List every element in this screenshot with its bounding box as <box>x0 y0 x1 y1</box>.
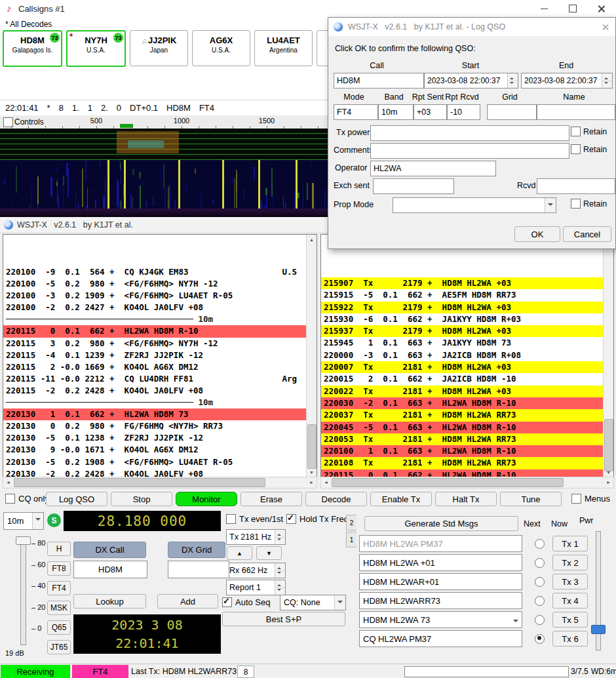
scroll-right-icon[interactable] <box>604 477 613 487</box>
menus-checkbox[interactable] <box>571 494 581 504</box>
decode-row[interactable]: 220037 Tx 2181 + HD8M HL2WA RR73 <box>321 409 604 421</box>
action-button[interactable]: Decode <box>305 492 367 506</box>
action-button[interactable]: Halt Tx <box>435 492 497 506</box>
decode-row[interactable]: 220100 -3 0.2 1909 + <FG/F6HMQ> LU4AET R… <box>3 290 307 302</box>
scroll-left-icon[interactable] <box>3 477 13 487</box>
tx-now-button[interactable]: Tx 5 <box>552 612 588 628</box>
hold-tx-freq-checkbox[interactable] <box>286 514 296 524</box>
decode-row[interactable]: 220053 Tx 2181 + HD8M HL2WA RR73 <box>321 433 604 445</box>
tx-next-radio[interactable] <box>535 615 545 625</box>
mode-field[interactable]: FT4 <box>334 104 378 120</box>
callsign-card[interactable]: ♫JJ2PIK Japan <box>130 30 188 66</box>
decode-row[interactable]: 220100 1 0.1 663 + HL2WA HD8M R-10 <box>321 445 604 457</box>
rpt-sent-field[interactable]: +03 <box>414 104 447 120</box>
pwr-slider-handle[interactable] <box>591 625 606 634</box>
vertical-scrollbar[interactable] <box>603 235 613 477</box>
auto-seq-checkbox[interactable] <box>222 597 232 607</box>
callsign-card[interactable]: LU4AET Argentina <box>254 30 313 66</box>
level-slider-handle[interactable] <box>16 536 31 545</box>
decode-row[interactable]: 220115 3 0.2 980 + <FG/F6HMQ> NY7H -12 <box>3 338 307 349</box>
decode-row[interactable]: 220130 -5 0.2 1908 + <FG/F6HMQ> LU4AET R… <box>3 456 307 468</box>
callsign-card[interactable]: AG6X U.S.A. <box>192 30 250 66</box>
spin-up-icon[interactable] <box>602 73 612 81</box>
action-button[interactable]: Monitor <box>176 492 237 506</box>
spin-down-icon[interactable] <box>275 538 285 545</box>
level-slider-track[interactable] <box>20 536 26 645</box>
spin-down-icon[interactable] <box>275 571 285 578</box>
spin-down-icon[interactable] <box>508 81 518 89</box>
decode-row[interactable]: 220115 -11 -0.0 2212 + CQ LU4DRH FF81 Ar… <box>3 373 307 385</box>
decode-row[interactable]: 220115 -4 0.1 1239 + ZF2RJ JJ2PIK -12 <box>3 349 307 361</box>
decode-row[interactable]: 220108 Tx 2181 + HD8M HL2WA RR73 <box>321 457 604 469</box>
rx-frequency-spinner[interactable]: Rx 662 Hz <box>226 563 286 578</box>
horizontal-scrollbar[interactable] <box>320 477 614 489</box>
decode-row[interactable]: 220130 9 -0.0 1671 + KO4OL AG6X DM12 <box>3 444 307 456</box>
tx-now-button[interactable]: Tx 4 <box>552 593 588 608</box>
decode-row[interactable]: ────────────────────────────────────── 1… <box>3 313 307 325</box>
tx-frequency-spinner[interactable]: Tx 2181 Hz <box>226 529 286 545</box>
dx-grid-button[interactable]: DX Grid <box>168 542 225 558</box>
decode-row[interactable]: 220115 0 0.1 662 + HL2WA HD8M R-10 <box>3 325 307 337</box>
comments-field[interactable] <box>370 143 569 159</box>
spin-up-icon[interactable] <box>275 580 285 588</box>
decode-row[interactable]: 220130 -2 0.2 2428 + KO4OL JA0LFV +08 <box>3 468 307 477</box>
band-field[interactable]: 10m <box>378 104 414 120</box>
cq-select[interactable]: CQ: None <box>280 595 346 610</box>
decode-row[interactable]: 220100 -9 0.1 564 + CQ KJ4GK EM83 U.S <box>3 266 307 278</box>
ok-button[interactable]: OK <box>514 226 560 242</box>
decode-row[interactable]: 220130 0 0.2 980 + FG/F6HMQ <NY7H> RR73 <box>3 420 307 432</box>
lookup-button[interactable]: Lookup <box>73 594 146 608</box>
decode-row[interactable]: 220115 -2 0.2 2428 + KO4OL JA0LFV +08 <box>3 385 307 397</box>
mode-button[interactable]: Q65 <box>47 620 71 635</box>
scrollbar-thumb[interactable] <box>332 478 564 487</box>
spinner-arrows[interactable] <box>275 563 285 578</box>
mode-button[interactable]: FT4 <box>47 581 71 595</box>
tx-now-button[interactable]: Tx 2 <box>552 555 588 570</box>
exch-sent-field[interactable] <box>373 178 454 194</box>
minimize-button[interactable] <box>529 0 558 17</box>
mode-button[interactable]: JT65 <box>47 640 71 654</box>
callsign-card[interactable]: HD8M 73 Galapagos Is. <box>3 30 62 67</box>
prop-mode-retain-checkbox[interactable] <box>571 199 581 209</box>
message-tab[interactable]: 2 <box>346 515 356 530</box>
call-field[interactable]: HD8M <box>334 73 424 89</box>
tx-next-radio[interactable] <box>535 634 545 644</box>
scroll-up-icon[interactable] <box>307 235 317 245</box>
all-decodes-label[interactable]: * All Decodes <box>5 20 52 29</box>
decode-row[interactable]: 220100 -5 0.2 980 + <FG/F6HMQ> NY7H -12 <box>3 278 307 290</box>
comments-retain-checkbox[interactable] <box>571 144 581 154</box>
tx-next-radio[interactable] <box>535 577 545 587</box>
spin-down-icon[interactable] <box>275 588 285 595</box>
scrollbar-thumb[interactable] <box>14 478 265 487</box>
move-down-button[interactable]: ▼ <box>256 546 282 560</box>
decode-row[interactable]: 215945 1 0.1 663 + JA1KYY HD8M 73 <box>321 337 604 349</box>
vertical-scrollbar[interactable] <box>306 235 317 477</box>
decode-row[interactable]: 215930 -6 0.1 662 + JA1KYY HD8M R+03 <box>321 313 604 325</box>
decode-row[interactable]: 220022 Tx 2181 + HD8M HL2WA +03 <box>321 386 604 397</box>
scroll-left-icon[interactable] <box>321 477 331 487</box>
scroll-right-icon[interactable] <box>307 477 317 487</box>
tx-even-checkbox[interactable] <box>226 514 236 524</box>
callsign-card[interactable]: * NY7H 73 U.S.A. <box>66 30 126 67</box>
move-up-button[interactable]: ▲ <box>227 546 252 560</box>
report-spinner[interactable]: Report 1 <box>226 580 286 595</box>
decode-row[interactable]: 220030 -2 0.1 663 + HL2WA HD8M R-10 <box>321 397 604 409</box>
add-button[interactable]: Add <box>157 594 218 608</box>
tx-next-radio[interactable] <box>535 558 545 568</box>
operator-field[interactable]: HL2WA <box>370 161 496 176</box>
decode-row[interactable]: 215922 Tx 2179 + HD8M HL2WA +03 <box>321 302 604 313</box>
generate-std-msgs-button[interactable]: Generate Std Msgs <box>364 516 518 531</box>
decode-row[interactable]: ────────────────────────────────────── 1… <box>3 397 307 409</box>
spin-up-icon[interactable] <box>275 530 285 538</box>
action-button[interactable]: Log QSO <box>46 492 107 506</box>
rpt-rcvd-field[interactable]: -10 <box>447 104 480 120</box>
name-field[interactable] <box>537 104 615 120</box>
message-tab[interactable]: 1 <box>346 532 356 548</box>
action-button[interactable]: Erase <box>241 492 302 506</box>
close-button[interactable] <box>587 0 616 17</box>
prop-mode-select[interactable] <box>393 197 556 213</box>
tx-message-input[interactable]: CQ HL2WA PM37 <box>359 630 522 647</box>
decode-row[interactable]: 220045 -5 0.1 663 + HL2WA HD8M R-10 <box>321 422 604 433</box>
decode-row[interactable]: 220100 -2 0.2 2427 + KO4OL JA0LFV +08 <box>3 302 307 313</box>
decode-row[interactable]: 220000 -3 0.1 663 + JA2ICB HD8M R+08 <box>321 349 604 361</box>
